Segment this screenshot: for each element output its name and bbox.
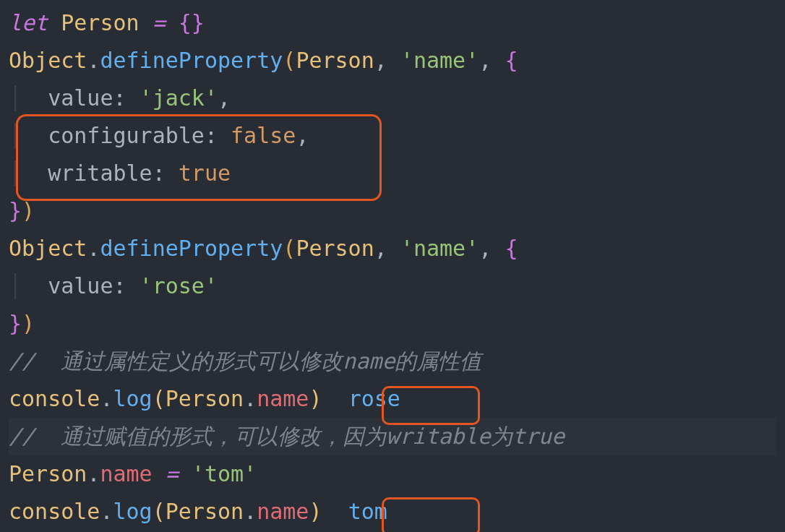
code-line: │ value: 'jack',	[9, 80, 776, 117]
code-line: })	[9, 305, 776, 343]
code-line: │ writable: true	[9, 155, 776, 192]
code-line: // 通过属性定义的形式可以修改name的属性值	[9, 343, 776, 380]
code-line: Person.name = 'tom'	[9, 455, 776, 493]
code-line: │ value: 'rose'	[9, 267, 776, 305]
token-comment: // 通过赋值的形式，可以修改，因为writable为true	[9, 424, 565, 449]
token-identifier: Person	[61, 10, 139, 35]
code-line: })	[9, 192, 776, 230]
token-comment: // 通过属性定义的形式可以修改name的属性值	[9, 348, 482, 374]
token-keyword: let	[9, 10, 48, 35]
code-line: let Person = {}	[9, 4, 776, 42]
code-editor: let Person = {} Object.defineProperty(Pe…	[0, 0, 785, 532]
code-line: console.log(Person.name) rose	[9, 380, 776, 418]
console-output: rose	[348, 386, 400, 411]
code-line: Object.defineProperty(Person, 'name', {	[9, 230, 776, 267]
console-output: tom	[348, 499, 387, 524]
code-line: console.log(Person.name) tom	[9, 493, 776, 531]
code-line: // 通过赋值的形式，可以修改，因为writable为true	[9, 418, 776, 455]
code-line: │ configurable: false,	[9, 117, 776, 155]
code-line: Object.defineProperty(Person, 'name', {	[9, 42, 776, 80]
